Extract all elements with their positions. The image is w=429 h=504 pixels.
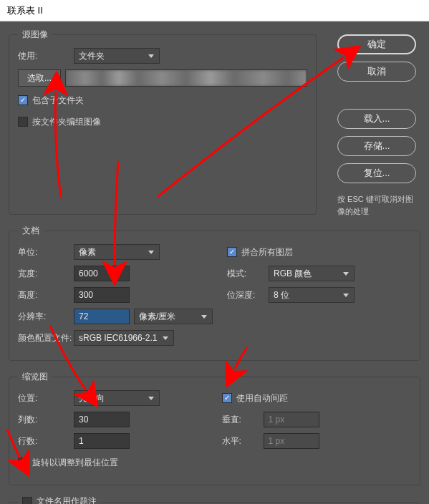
mode-label: 模式: — [227, 268, 269, 280]
profile-label: 颜色配置文件: — [18, 332, 74, 344]
include-subfolders-label: 包含子文件夹 — [32, 94, 84, 107]
checkbox-icon — [227, 247, 237, 257]
checkbox-icon — [22, 497, 32, 505]
esc-hint: 按 ESC 键可取消对图像的处理 — [337, 193, 416, 217]
depth-dropdown[interactable]: 8 位 — [269, 287, 355, 303]
flatten-label: 拼合所有图层 — [241, 246, 293, 258]
flatten-checkbox[interactable]: 拼合所有图层 — [227, 246, 293, 258]
document-legend: 文档 — [18, 225, 44, 237]
auto-spacing-checkbox[interactable]: 使用自动间距 — [222, 392, 288, 404]
horizontal-input — [264, 433, 319, 449]
resolution-input[interactable] — [74, 309, 130, 324]
save-button[interactable]: 存储... — [337, 136, 416, 156]
checkbox-icon — [18, 457, 28, 467]
depth-label: 位深度: — [227, 289, 269, 301]
include-subfolders-checkbox[interactable]: 包含子文件夹 — [18, 94, 84, 107]
rows-label: 行数: — [18, 435, 74, 447]
mode-dropdown[interactable]: RGB 颜色 — [269, 266, 355, 281]
group-by-folder-label: 按文件夹编组图像 — [32, 116, 101, 128]
height-input[interactable] — [74, 287, 130, 303]
cols-input[interactable] — [74, 412, 130, 427]
resolution-unit-value: 像素/厘米 — [139, 311, 175, 323]
cancel-button[interactable]: 取消 — [337, 62, 416, 82]
thumbnail-group: 缩览图 位置: 先横向 列数: 行数: — [9, 371, 420, 485]
vertical-input — [264, 412, 319, 427]
placement-value: 先横向 — [79, 392, 105, 404]
cols-label: 列数: — [18, 414, 74, 426]
profile-dropdown[interactable]: sRGB IEC61966-2.1 — [74, 330, 174, 346]
load-button[interactable]: 载入... — [337, 109, 416, 129]
resolution-unit-dropdown[interactable]: 像素/厘米 — [134, 309, 213, 324]
horizontal-label: 水平: — [222, 435, 264, 447]
height-label: 高度: — [18, 289, 74, 301]
dialog-title: 联系表 II — [0, 0, 429, 21]
width-label: 宽度: — [18, 268, 74, 280]
caption-legend-label: 文件名用作题注 — [37, 495, 97, 504]
thumbnail-legend: 缩览图 — [18, 371, 52, 383]
caption-legend: 文件名用作题注 — [18, 495, 101, 504]
choose-button[interactable]: 选取... — [18, 69, 61, 87]
rows-input[interactable] — [74, 433, 130, 449]
rotate-label: 旋转以调整到最佳位置 — [32, 457, 118, 469]
caption-group: 文件名用作题注 字体: 黑体 Regular 点 — [9, 495, 420, 504]
placement-label: 位置: — [18, 392, 74, 404]
profile-value: sRGB IEC61966-2.1 — [79, 333, 157, 343]
use-dropdown[interactable]: 文件夹 — [74, 48, 160, 64]
unit-label: 单位: — [18, 246, 74, 258]
checkbox-icon — [18, 95, 28, 105]
placement-dropdown[interactable]: 先横向 — [74, 390, 160, 406]
document-group: 文档 单位: 像素 宽度: 高度: — [9, 225, 420, 361]
source-legend: 源图像 — [18, 29, 52, 41]
depth-value: 8 位 — [274, 289, 289, 301]
caption-checkbox[interactable]: 文件名用作题注 — [22, 495, 97, 504]
use-label: 使用: — [18, 50, 74, 62]
rotate-checkbox[interactable]: 旋转以调整到最佳位置 — [18, 457, 118, 469]
auto-spacing-label: 使用自动间距 — [236, 392, 288, 404]
checkbox-icon — [18, 117, 28, 127]
reset-button[interactable]: 复位... — [337, 163, 416, 183]
unit-dropdown[interactable]: 像素 — [74, 244, 160, 260]
unit-value: 像素 — [79, 246, 96, 258]
use-value: 文件夹 — [79, 50, 105, 62]
mode-value: RGB 颜色 — [274, 268, 312, 280]
group-by-folder-checkbox[interactable]: 按文件夹编组图像 — [18, 116, 101, 128]
path-display — [65, 69, 307, 87]
width-input[interactable] — [74, 266, 130, 281]
source-group: 源图像 使用: 文件夹 选取... 包含子文件夹 按文件夹 — [9, 29, 317, 215]
resolution-label: 分辨率: — [18, 311, 74, 323]
checkbox-icon — [222, 393, 232, 403]
ok-button[interactable]: 确定 — [337, 34, 416, 54]
vertical-label: 垂直: — [222, 414, 264, 426]
